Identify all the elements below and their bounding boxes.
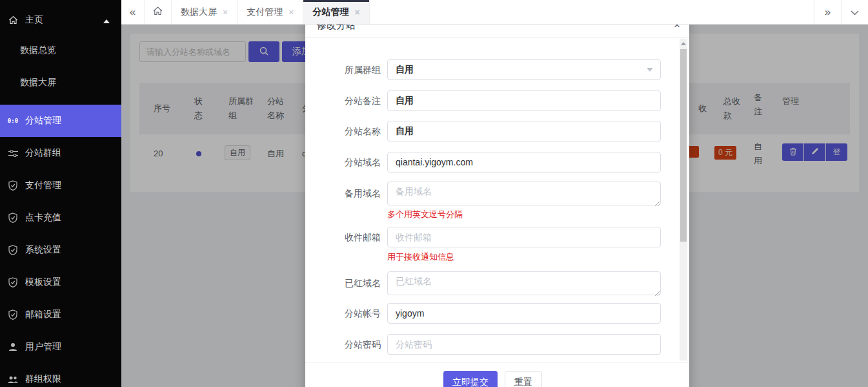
field-label: 分站密码 — [305, 334, 381, 355]
tab-label: 数据大屏 — [181, 6, 217, 18]
sidebar-item-label: 数据总览 — [20, 45, 56, 56]
double-chevron-left-icon: « — [130, 6, 136, 19]
flagged-domain-textarea[interactable] — [387, 271, 661, 295]
sidebar-item-label: 分站管理 — [25, 115, 61, 127]
sidebar-item-label: 点卡充值 — [25, 212, 61, 224]
select-caret-icon — [647, 68, 653, 72]
close-icon[interactable]: × — [354, 7, 359, 17]
sidebar-item-user-manage[interactable]: 用户管理 — [0, 331, 121, 363]
sidebar-item-label: 用户管理 — [25, 341, 61, 353]
field-name: 分站名称 — [305, 121, 689, 141]
submit-button[interactable]: 立即提交 — [443, 371, 498, 387]
sidebar-item-substation-manage[interactable]: 0:0 分站管理 — [0, 105, 121, 137]
sidebar-item-label: 分站群组 — [25, 147, 61, 159]
field-flagged-domain: 已红域名 — [305, 271, 689, 295]
substation-icon: 0:0 — [7, 118, 19, 124]
modal-title: 修改分站 — [317, 25, 356, 32]
double-chevron-right-icon: » — [825, 6, 831, 19]
sidebar-item-label: 邮箱设置 — [25, 309, 61, 320]
home-tab-button[interactable] — [145, 0, 172, 24]
users-icon — [7, 375, 19, 384]
field-email: 收件邮箱 — [305, 227, 689, 247]
field-label: 备用域名 — [305, 182, 381, 205]
sidebar-item-label: 主页 — [25, 14, 43, 26]
field-label: 分站域名 — [305, 152, 381, 173]
scrollbar-thumb[interactable] — [680, 49, 687, 242]
sidebar-item-label: 模板设置 — [25, 277, 61, 288]
field-label: 收件邮箱 — [305, 227, 381, 247]
account-input[interactable] — [387, 303, 661, 324]
collapse-tabs-button[interactable]: « — [121, 0, 145, 24]
shield-check-icon — [7, 277, 19, 288]
sidebar-item-label: 数据大屏 — [20, 77, 56, 89]
modal-footer: 立即提交 重置 — [305, 362, 689, 387]
field-domain: 分站域名 — [305, 152, 689, 173]
scroll-up-arrow-icon[interactable] — [681, 42, 686, 45]
field-hint: 用于接收通知信息 — [387, 251, 454, 263]
content-area: 添加 序号 状态 所属群组 分站名称 分 收 总收款 备注 管理 20 自用 自… — [121, 25, 868, 387]
chevron-down-icon — [851, 6, 859, 19]
sidebar-item-template-settings[interactable]: 模板设置 — [0, 266, 121, 298]
sidebar: 主页 数据总览 数据大屏 0:0 分站管理 分站群组 支付管理 — [0, 0, 121, 387]
tab-label: 分站管理 — [312, 6, 348, 18]
domain-input[interactable] — [387, 152, 661, 173]
shield-check-icon — [7, 213, 19, 223]
field-account: 分站帐号 — [305, 303, 689, 324]
sidebar-item-card-recharge[interactable]: 点卡充值 — [0, 202, 121, 234]
tab-menu-button[interactable] — [841, 0, 868, 24]
field-backup-domain: 备用域名 — [305, 182, 689, 205]
field-label: 已红域名 — [305, 271, 381, 295]
password-input[interactable] — [387, 334, 661, 355]
tab-data-screen[interactable]: 数据大屏 × — [172, 0, 237, 24]
group-select[interactable] — [387, 59, 661, 80]
email-input[interactable] — [387, 227, 661, 247]
reset-button[interactable]: 重置 — [505, 371, 542, 387]
edit-substation-modal: 修改分站 × 所属群组 分站备注 分站名称 分站域名 — [305, 25, 689, 387]
sidebar-item-data-overview[interactable]: 数据总览 — [0, 34, 121, 67]
tab-payment-manage[interactable]: 支付管理 × — [237, 0, 303, 24]
app-window: 主页 数据总览 数据大屏 0:0 分站管理 分站群组 支付管理 — [0, 0, 868, 387]
name-input[interactable] — [387, 121, 661, 141]
field-label: 分站备注 — [305, 90, 381, 111]
sidebar-item-email-settings[interactable]: 邮箱设置 — [0, 298, 121, 331]
close-icon[interactable]: × — [223, 7, 228, 17]
remark-input[interactable] — [387, 90, 661, 111]
field-label: 分站帐号 — [305, 303, 381, 324]
sidebar-item-home[interactable]: 主页 — [0, 4, 121, 36]
sidebar-item-label: 系统设置 — [25, 244, 61, 256]
shield-check-icon — [7, 245, 19, 255]
shield-check-icon — [7, 180, 19, 191]
close-icon[interactable]: × — [288, 7, 294, 17]
tab-bar: « 数据大屏 × 支付管理 × 分站管理 × » — [121, 0, 868, 25]
modal-scrollbar[interactable] — [680, 39, 687, 361]
modal-titlebar: 修改分站 × — [305, 25, 689, 37]
sidebar-item-payment-manage[interactable]: 支付管理 — [0, 169, 121, 202]
user-icon — [7, 342, 19, 351]
close-icon[interactable]: × — [674, 25, 680, 30]
sidebar-item-label: 支付管理 — [25, 180, 61, 191]
expand-tabs-button[interactable]: » — [814, 0, 841, 24]
home-icon — [7, 16, 19, 25]
tab-substation-manage[interactable]: 分站管理 × — [303, 0, 369, 24]
shield-check-icon — [7, 309, 19, 320]
sliders-icon — [7, 149, 19, 158]
field-password: 分站密码 — [305, 334, 689, 355]
sidebar-item-label: 群组权限 — [25, 373, 61, 385]
tab-label: 支付管理 — [247, 6, 283, 18]
backup-domain-textarea[interactable] — [387, 182, 661, 205]
home-icon — [152, 6, 163, 18]
sidebar-item-system-settings[interactable]: 系统设置 — [0, 234, 121, 266]
field-remark: 分站备注 — [305, 90, 689, 111]
field-hint: 多个用英文逗号分隔 — [387, 209, 463, 220]
field-label: 分站名称 — [305, 121, 381, 141]
tabbar-spacer — [370, 0, 814, 24]
field-group: 所属群组 — [305, 59, 689, 80]
sidebar-item-group-permissions[interactable]: 群组权限 — [0, 363, 121, 387]
sidebar-item-substation-groups[interactable]: 分站群组 — [0, 137, 121, 169]
sidebar-item-data-screen[interactable]: 数据大屏 — [0, 67, 121, 99]
caret-up-icon — [103, 19, 110, 23]
field-label: 所属群组 — [305, 59, 381, 80]
